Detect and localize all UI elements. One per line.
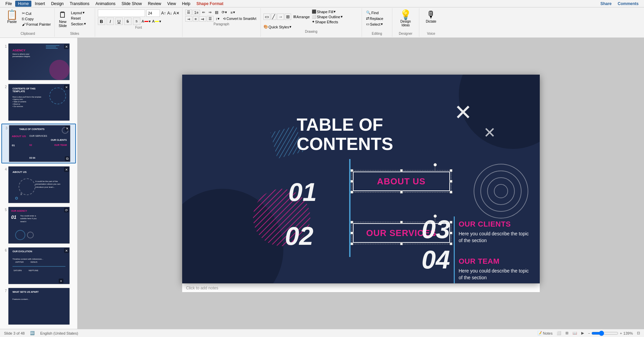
thumb-2-close[interactable]: ✕ (64, 85, 69, 89)
comments-button[interactable]: Comments (615, 1, 641, 7)
menu-help[interactable]: Help (179, 1, 193, 7)
shape-effects-button[interactable]: ✦ Shape Effects (312, 20, 343, 24)
reading-view-button[interactable]: 📖 (572, 331, 577, 335)
shape-rect[interactable]: ▭ (263, 14, 270, 20)
clear-format-button[interactable]: A✕ (173, 11, 179, 16)
underline-button[interactable]: U (115, 18, 123, 25)
line-spacing-button[interactable]: ↕▾ (214, 16, 221, 21)
presenter-view-button[interactable]: ▶ (581, 331, 584, 335)
paragraph-group: ☰ 1≡ ⇐ ⇒ ▤ ⟳▾ ≡▾ ⫤ ≡ ⫥ ☰ ↕▾ ⟲ Convert to… (183, 8, 261, 37)
slide-canvas[interactable]: ✕ ✕ (182, 75, 540, 283)
menu-view[interactable]: View (165, 1, 179, 7)
align-right-button[interactable]: ⫥ (199, 16, 206, 22)
columns-button[interactable]: ▤ (214, 10, 220, 15)
slide-thumb-6[interactable]: 6 OUR EVOLUTION Timeline content with mi… (1, 247, 76, 285)
slide-thumb-5[interactable]: 5 OUR AGENCY 01 You could enter a subtit… (1, 206, 76, 244)
design-ideas-button[interactable]: 💡 Design Ideas (398, 9, 414, 28)
notes-bar[interactable]: Click to add notes (182, 283, 540, 292)
menu-bar: File Home Insert Design Transitions Anim… (0, 0, 644, 7)
normal-view-button[interactable]: ⬜ (557, 331, 561, 335)
thumb-3-duplicate[interactable]: ⧉ (65, 156, 69, 161)
new-slide-button[interactable]: 🗒 New Slide (57, 9, 68, 28)
font-group: A↑ A↓ A✕ B I U S̶ S A▾ A▾ Font (95, 8, 183, 37)
notes-button[interactable]: 📝 Notes (537, 331, 553, 335)
increase-indent-button[interactable]: ⇒ (207, 10, 213, 15)
text-direction-button[interactable]: ⟳▾ (220, 10, 228, 15)
increase-font-button[interactable]: A↑ (161, 11, 166, 16)
bold-button[interactable]: B (98, 18, 105, 25)
decrease-indent-button[interactable]: ⇐ (201, 10, 206, 15)
menu-review[interactable]: Review (145, 1, 164, 7)
slide-thumb-3[interactable]: 3 TABLE OF CONTENTS ABOUT US 01 OUR SERV… (1, 124, 76, 163)
align-left-button[interactable]: ⫤ (185, 16, 192, 22)
slide-panel: 1 AGENCY Here is where your presentation… (0, 38, 78, 329)
zoom-out-button[interactable]: − (588, 331, 590, 335)
menu-shape-format[interactable]: Shape Format (194, 1, 226, 7)
layout-button[interactable]: Layout▾ (69, 10, 87, 15)
zoom-in-button[interactable]: + (620, 331, 622, 335)
thumb-5-close[interactable]: ⟳ (64, 208, 69, 212)
reset-button[interactable]: Reset (69, 16, 87, 21)
convert-smartart-button[interactable]: ⟲ Convert to SmartArt (222, 17, 258, 21)
drawing-group: ▭ ╱ → ⊞ ⊞ Arrange ⬛ Shape Fill ▾ ⬜ Shape… (261, 8, 362, 37)
menu-insert[interactable]: Insert (32, 1, 48, 7)
num-04: 04 (422, 247, 450, 273)
status-bar: Slide 3 of 48 🔤 English (United States) … (0, 329, 644, 337)
justify-button[interactable]: ☰ (207, 16, 214, 22)
quick-styles-button[interactable]: 🎨 Quick Styles ▾ (263, 25, 291, 29)
slide-sorter-button[interactable]: ⊞ (565, 331, 568, 335)
font-color-button[interactable]: A▾ (142, 19, 151, 24)
section-button[interactable]: Section▾ (69, 21, 87, 26)
shape-arrow[interactable]: → (277, 14, 284, 20)
highlight-button[interactable]: A▾ (152, 19, 161, 24)
align-text-button[interactable]: ≡▾ (229, 10, 236, 15)
shadow-button[interactable]: S (133, 18, 140, 25)
menu-slideshow[interactable]: Slide Show (119, 1, 144, 7)
arrange-button[interactable]: ⊞ Arrange (292, 14, 311, 19)
slide-thumb-7[interactable]: 7 WHAT SETS US APART Features content... (1, 287, 76, 326)
strikethrough-button[interactable]: S̶ (124, 18, 132, 25)
about-us-box[interactable]: ABOUT US (353, 172, 450, 191)
cut-button[interactable]: ✂Cut (21, 11, 52, 16)
thumb-6-x[interactable]: × (59, 279, 63, 283)
menu-transitions[interactable]: Transitions (67, 1, 92, 7)
slide-thumb-2[interactable]: 2 CONTENTS OF THISTEMPLATE Here is what … (1, 83, 76, 122)
paste-button[interactable]: 📋 Paste (4, 9, 20, 24)
format-painter-button[interactable]: 🖌Format Painter (21, 22, 52, 27)
menu-home[interactable]: Home (15, 1, 31, 7)
shape-fill-button[interactable]: ⬛ Shape Fill ▾ (312, 9, 343, 14)
dictate-button[interactable]: 🎙 Dictate (424, 9, 438, 24)
shape-outline-button[interactable]: ⬜ Shape Outline ▾ (312, 15, 343, 19)
numbering-button[interactable]: 1≡ (193, 10, 200, 15)
slide-thumb-4[interactable]: 4 ABOUT US It could be the part of the p… (1, 165, 76, 204)
slide-thumb-1[interactable]: 1 AGENCY Here is where your presentation… (1, 43, 76, 81)
bullets-button[interactable]: ☰ (185, 9, 192, 15)
zoom-slider[interactable] (591, 331, 618, 336)
click-to-add-notes[interactable]: Click to add notes (186, 286, 218, 290)
thumb-3-close[interactable]: ✕ (65, 126, 69, 131)
italic-button[interactable]: I (107, 18, 114, 25)
font-family-input[interactable] (98, 9, 145, 17)
font-size-input[interactable] (146, 9, 160, 17)
menu-animations[interactable]: Animations (93, 1, 118, 7)
menu-design[interactable]: Design (48, 1, 66, 7)
thumb-6-close[interactable]: ✕ (64, 248, 69, 253)
copy-button[interactable]: ⎘Copy (21, 17, 52, 21)
align-center-button[interactable]: ≡ (193, 16, 198, 22)
shape-more[interactable]: ⊞ (285, 14, 291, 20)
rotate-handle-2[interactable] (433, 214, 437, 218)
thumb-1-close[interactable]: ✕ (64, 44, 69, 49)
thumb-4-close[interactable]: ✕ (64, 167, 69, 172)
zoom-controls: − + 139% (588, 331, 633, 336)
menu-file[interactable]: File (3, 1, 15, 7)
voice-group: 🎙 Dictate Voice (419, 8, 443, 37)
select-button[interactable]: ▭ Select ▾ (365, 22, 389, 27)
share-button[interactable]: Share (598, 1, 614, 7)
rotate-handle-1[interactable] (433, 163, 437, 166)
slide-preview-1: AGENCY Here is where your presentation b… (8, 43, 70, 80)
fit-button[interactable]: ⊡ (637, 331, 640, 335)
find-button[interactable]: 🔍 Find (365, 10, 389, 15)
decrease-font-button[interactable]: A↓ (167, 11, 172, 16)
replace-button[interactable]: ⇄ Replace (365, 16, 389, 21)
shape-line[interactable]: ╱ (271, 14, 276, 20)
